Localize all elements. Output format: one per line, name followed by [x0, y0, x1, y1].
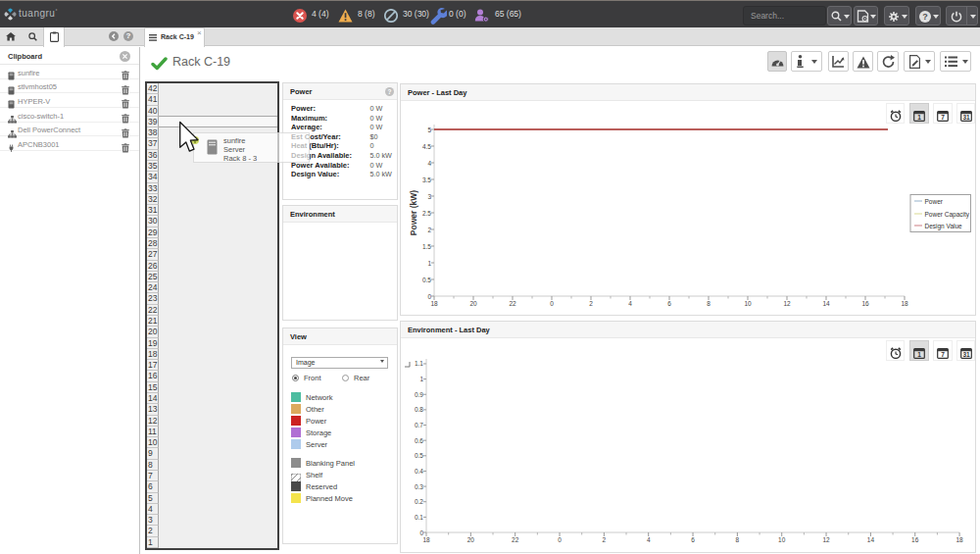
- svg-text:20: 20: [469, 300, 477, 307]
- svg-text:Design Value: Design Value: [925, 223, 963, 230]
- svg-text:22: 22: [509, 300, 516, 307]
- svg-text:18: 18: [956, 536, 963, 543]
- svg-text:5: 5: [427, 126, 431, 133]
- svg-text:?: ?: [922, 12, 928, 22]
- svg-text:0.1: 0.1: [415, 514, 423, 521]
- svg-text:16: 16: [911, 536, 919, 543]
- svg-text:Power Capacity: Power Capacity: [925, 211, 970, 219]
- svg-text:0.7: 0.7: [415, 422, 423, 428]
- svg-text:0.4: 0.4: [415, 468, 423, 475]
- svg-text:18: 18: [430, 300, 438, 307]
- svg-text:1.5: 1.5: [422, 243, 431, 250]
- svg-text:0.8: 0.8: [415, 406, 423, 413]
- svg-text:2: 2: [603, 536, 607, 543]
- svg-text:22: 22: [512, 536, 519, 543]
- svg-text:0: 0: [419, 529, 423, 536]
- svg-text:8: 8: [707, 300, 710, 307]
- svg-text:0.2: 0.2: [415, 498, 423, 505]
- svg-text:10: 10: [744, 300, 752, 307]
- svg-text:0.6: 0.6: [415, 437, 423, 444]
- svg-text:4: 4: [427, 160, 431, 167]
- svg-text:14: 14: [822, 300, 830, 307]
- svg-text:Power: Power: [925, 198, 944, 205]
- svg-text:18: 18: [901, 300, 908, 307]
- svg-text:?: ?: [388, 88, 392, 95]
- svg-text:3.5: 3.5: [422, 176, 431, 183]
- svg-text:1: 1: [427, 260, 431, 267]
- svg-text:0.9: 0.9: [415, 391, 423, 398]
- svg-text:6: 6: [667, 300, 671, 307]
- svg-text:2: 2: [589, 300, 593, 307]
- svg-text:0.3: 0.3: [415, 483, 423, 490]
- svg-text:0.5: 0.5: [415, 452, 423, 459]
- svg-text:20: 20: [467, 536, 475, 543]
- svg-text:0: 0: [550, 300, 554, 307]
- svg-text:12: 12: [783, 300, 791, 307]
- svg-text:2: 2: [427, 227, 431, 233]
- svg-text:18: 18: [422, 536, 430, 543]
- svg-text:1.1: 1.1: [415, 360, 423, 367]
- svg-text:16: 16: [861, 300, 869, 307]
- svg-text:1: 1: [419, 376, 423, 382]
- svg-text:0: 0: [558, 536, 562, 543]
- svg-text:4: 4: [628, 300, 632, 307]
- svg-text:10: 10: [778, 536, 786, 543]
- svg-text:3: 3: [427, 193, 431, 200]
- svg-text:8: 8: [736, 536, 740, 543]
- svg-text:14: 14: [867, 536, 875, 543]
- svg-text:0.5: 0.5: [422, 277, 431, 283]
- svg-text:4: 4: [647, 536, 651, 543]
- svg-text:4.5: 4.5: [422, 143, 431, 150]
- svg-text:12: 12: [822, 536, 830, 543]
- svg-text:0: 0: [427, 293, 431, 300]
- svg-text:Power (kW): Power (kW): [409, 190, 418, 235]
- svg-text:2.5: 2.5: [422, 210, 431, 217]
- svg-text:6: 6: [691, 536, 695, 543]
